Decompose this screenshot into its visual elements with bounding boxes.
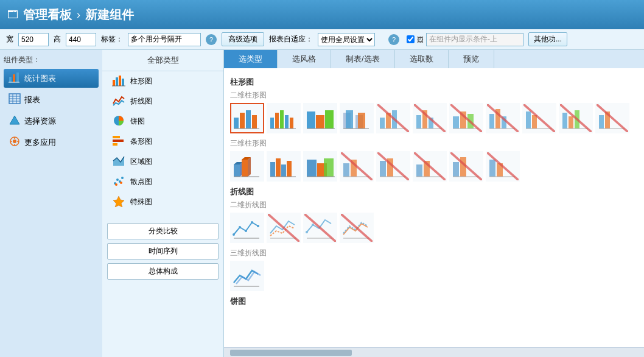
line-3d-grid: [230, 261, 638, 291]
advanced-options-button[interactable]: 高级选项: [222, 32, 264, 46]
center-item-hbar[interactable]: 条形图: [102, 132, 223, 152]
center-item-special[interactable]: 特殊图: [102, 192, 223, 212]
bar-3d-grid: [230, 151, 638, 182]
svg-marker-33: [113, 196, 124, 207]
bar2d-item-10[interactable]: [559, 103, 593, 133]
center-item-scatter[interactable]: 散点图: [102, 172, 223, 192]
sidebar-item-chart[interactable]: 统计图表: [4, 69, 99, 88]
svg-rect-90: [242, 160, 248, 177]
center-item-line[interactable]: 折线图: [102, 91, 223, 111]
query-filter-input[interactable]: [426, 33, 523, 46]
bar3d-item-2[interactable]: [267, 151, 301, 182]
svg-rect-24: [113, 140, 124, 142]
svg-point-30: [121, 177, 124, 179]
help-icon-tag[interactable]: ?: [206, 34, 217, 45]
svg-rect-36: [246, 110, 251, 129]
bar3d-item-3[interactable]: [303, 151, 337, 182]
bar-3d-subtitle: 三维柱形图: [230, 138, 638, 149]
help-icon-report[interactable]: ?: [388, 34, 399, 45]
svg-marker-26: [113, 157, 124, 166]
bar2d-item-3[interactable]: [303, 103, 337, 133]
tab-table-select[interactable]: 制表/选表: [331, 50, 395, 68]
svg-rect-17: [113, 80, 115, 86]
center-item-area[interactable]: 区域图: [102, 152, 223, 172]
bar2d-item-11[interactable]: [595, 103, 629, 133]
bar2d-item-2[interactable]: [267, 103, 301, 133]
scatter-chart-label: 散点图: [130, 177, 152, 187]
line2d-item-3[interactable]: [303, 213, 337, 243]
svg-rect-19: [119, 76, 121, 86]
bar2d-item-6[interactable]: [413, 103, 447, 133]
tab-select-style[interactable]: 选风格: [278, 50, 331, 68]
svg-rect-107: [380, 161, 386, 177]
sidebar-item-report[interactable]: 报表: [4, 90, 99, 109]
line2d-item-2[interactable]: [267, 213, 301, 243]
scatter-chart-icon: [112, 175, 125, 189]
bar3d-item-4[interactable]: [340, 151, 374, 182]
time-series-button[interactable]: 时间序列: [107, 243, 219, 260]
bar2d-item-8[interactable]: [486, 103, 520, 133]
right-panel: 选类型 选风格 制表/选表 选取数 预览 柱形图 二维柱形图: [224, 50, 644, 357]
other-options-button[interactable]: 其他功...: [528, 32, 567, 46]
center-item-bar[interactable]: 柱形图: [102, 71, 223, 91]
bottom-scrollbar-bar: [224, 347, 644, 357]
tab-preview[interactable]: 预览: [449, 50, 494, 68]
pie-chart-label: 饼图: [130, 116, 145, 127]
bar2d-item-5[interactable]: [376, 103, 410, 133]
svg-rect-80: [575, 110, 579, 129]
width-input[interactable]: [18, 33, 49, 46]
special-chart-label: 特殊图: [130, 197, 152, 207]
tag-input[interactable]: [128, 33, 201, 46]
svg-rect-115: [453, 162, 459, 177]
width-label: 宽: [6, 34, 13, 44]
svg-point-31: [115, 183, 117, 186]
bar3d-item-7[interactable]: [449, 151, 483, 182]
line3d-item-1[interactable]: [230, 261, 264, 291]
svg-rect-64: [453, 116, 459, 129]
bar2d-item-9[interactable]: [522, 103, 556, 133]
sidebar: 组件类型： 统计图表: [0, 50, 102, 357]
bar3d-item-8[interactable]: [486, 151, 520, 182]
svg-rect-69: [489, 114, 494, 129]
bar-section-title: 柱形图: [230, 77, 638, 88]
svg-point-28: [116, 178, 119, 181]
sidebar-item-more[interactable]: 更多应用: [4, 133, 99, 152]
bar2d-item-7[interactable]: [449, 103, 483, 133]
svg-point-124: [239, 226, 241, 228]
more-icon: [9, 136, 21, 149]
svg-rect-47: [325, 110, 334, 129]
bar3d-item-6[interactable]: [413, 151, 447, 182]
line2d-item-4[interactable]: [340, 213, 374, 243]
special-chart-icon: [112, 195, 125, 209]
svg-rect-112: [424, 161, 430, 177]
bar3d-item-5[interactable]: [376, 151, 410, 182]
line-chart-label: 折线图: [130, 96, 152, 107]
overall-structure-button[interactable]: 总体构成: [107, 263, 219, 280]
bar2d-item-1[interactable]: [230, 103, 264, 133]
svg-marker-92: [248, 157, 251, 177]
report-adapt-label: 报表自适应：: [269, 34, 313, 44]
bottom-scrollbar-thumb[interactable]: [230, 350, 352, 356]
center-item-pie[interactable]: 饼图: [102, 111, 223, 132]
bar3d-item-1[interactable]: [230, 151, 264, 182]
svg-rect-120: [497, 163, 503, 177]
area-chart-icon: [112, 155, 125, 169]
query-filter-checkbox[interactable]: [407, 35, 415, 43]
report-adapt-select[interactable]: 使用全局设置: [318, 33, 375, 46]
svg-rect-103: [343, 163, 349, 177]
tab-select-data[interactable]: 选取数: [395, 50, 449, 68]
tab-select-type[interactable]: 选类型: [224, 50, 278, 68]
svg-point-126: [251, 221, 253, 224]
bar2d-item-4[interactable]: [340, 103, 374, 133]
line2d-item-1[interactable]: [230, 213, 264, 243]
bar-2d-grid: [230, 103, 638, 133]
svg-point-123: [233, 233, 235, 236]
height-input[interactable]: [66, 33, 96, 46]
sidebar-item-resource[interactable]: 选择资源: [4, 111, 99, 130]
svg-rect-42: [285, 115, 289, 129]
svg-rect-20: [122, 79, 124, 86]
pie-section-title: 饼图: [230, 296, 638, 307]
classify-compare-button[interactable]: 分类比较: [107, 223, 219, 239]
svg-point-132: [312, 224, 314, 226]
svg-rect-65: [460, 111, 466, 129]
